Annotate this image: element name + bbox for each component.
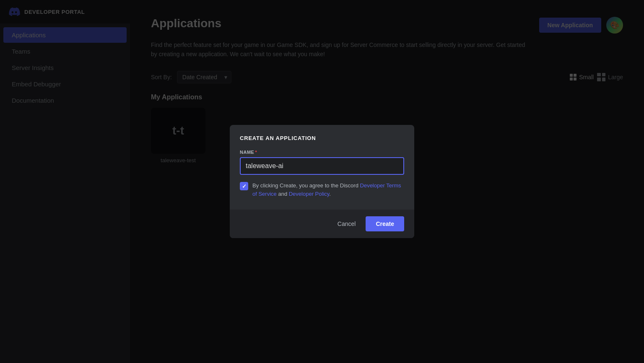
modal-overlay[interactable]: CREATE AN APPLICATION NAME * ✓ By clicki… <box>0 0 644 363</box>
developer-policy-link[interactable]: Developer Policy <box>289 191 330 197</box>
required-star: * <box>255 150 257 155</box>
modal-footer: Cancel Create <box>230 210 414 238</box>
agreement-text: By clicking Create, you agree to the Dis… <box>252 182 404 198</box>
name-label: NAME * <box>240 150 404 155</box>
modal-body: CREATE AN APPLICATION NAME * ✓ By clicki… <box>230 125 414 210</box>
create-button[interactable]: Create <box>366 216 404 231</box>
checkmark-icon: ✓ <box>242 183 247 189</box>
modal-title: CREATE AN APPLICATION <box>240 135 404 141</box>
application-name-input[interactable] <box>240 157 404 175</box>
agreement-row: ✓ By clicking Create, you agree to the D… <box>240 182 404 198</box>
create-application-modal: CREATE AN APPLICATION NAME * ✓ By clicki… <box>230 125 414 238</box>
agreement-checkbox[interactable]: ✓ <box>240 182 248 190</box>
cancel-button[interactable]: Cancel <box>332 217 361 231</box>
